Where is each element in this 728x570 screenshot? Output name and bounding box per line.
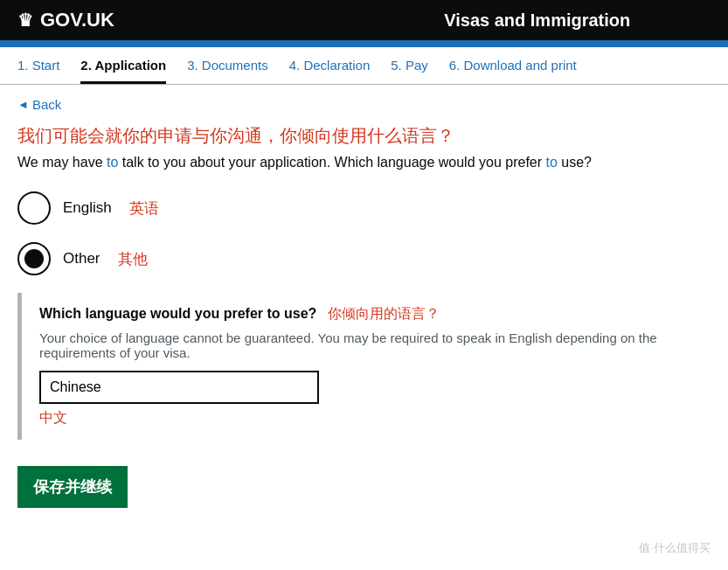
main-content: 我们可能会就你的申请与你沟通，你倾向使用什么语言？ We may have to… bbox=[0, 124, 728, 525]
blue-bar bbox=[0, 40, 728, 47]
question-english-link2: to bbox=[546, 155, 558, 170]
radio-english-label: English bbox=[63, 199, 112, 217]
radio-option-english[interactable]: English 英语 bbox=[17, 191, 711, 225]
radio-option-other[interactable]: Other 其他 bbox=[17, 242, 711, 275]
back-arrow-icon: ◄ bbox=[17, 98, 29, 111]
inset-hint: Your choice of language cannot be guaran… bbox=[39, 330, 693, 360]
back-label: Back bbox=[32, 97, 61, 112]
site-branding: ♛ GOV.UK bbox=[17, 9, 364, 31]
back-link[interactable]: ◄ Back bbox=[17, 97, 61, 112]
radio-english-label-cn: 英语 bbox=[129, 198, 159, 219]
tab-download[interactable]: 6. Download and print bbox=[449, 58, 577, 84]
tab-declaration[interactable]: 4. Declaration bbox=[289, 58, 371, 84]
question-english-link1: to bbox=[107, 155, 118, 170]
site-name: GOV.UK bbox=[40, 9, 114, 31]
inset-question-en: Which language would you prefer to use? bbox=[39, 306, 316, 321]
radio-other-label: Other bbox=[63, 250, 101, 268]
question-chinese: 我们可能会就你的申请与你沟通，你倾向使用什么语言？ bbox=[17, 124, 711, 148]
input-hint-cn: 中文 bbox=[39, 409, 693, 428]
header: ♛ GOV.UK Visas and Immigration bbox=[0, 0, 728, 40]
tab-start[interactable]: 1. Start bbox=[17, 58, 59, 84]
inset-question-cn: 你倾向用的语言？ bbox=[328, 306, 440, 321]
language-input[interactable] bbox=[39, 371, 319, 404]
radio-other-label-cn: 其他 bbox=[118, 249, 148, 269]
inset-box: Which language would you prefer to use? … bbox=[17, 293, 711, 440]
tab-application[interactable]: 2. Application bbox=[80, 58, 166, 84]
section-title: Visas and Immigration bbox=[364, 10, 711, 31]
radio-english[interactable] bbox=[17, 191, 51, 225]
inset-question: Which language would you prefer to use? … bbox=[39, 305, 693, 323]
question-english: We may have to talk to you about your ap… bbox=[17, 155, 711, 170]
radio-other[interactable] bbox=[17, 242, 51, 275]
save-button[interactable]: 保存并继续 bbox=[17, 466, 128, 508]
nav-tabs: 1. Start 2. Application 3. Documents 4. … bbox=[0, 47, 728, 85]
tab-pay[interactable]: 5. Pay bbox=[391, 58, 428, 84]
tab-documents[interactable]: 3. Documents bbox=[187, 58, 268, 84]
crown-icon: ♛ bbox=[17, 10, 33, 31]
